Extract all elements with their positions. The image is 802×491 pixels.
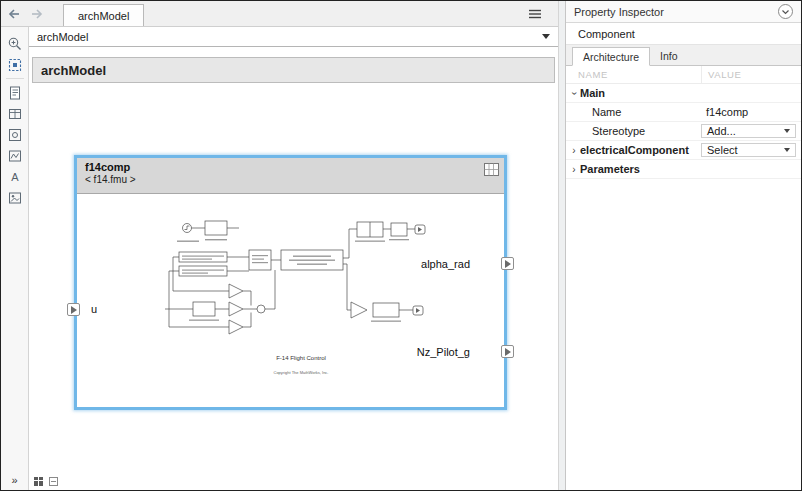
- palette-toolbar: A »: [1, 27, 29, 490]
- inspector-title: Property Inspector: [574, 6, 664, 18]
- editor-content: A » archModel: [1, 27, 558, 490]
- tab-info[interactable]: Info: [650, 46, 688, 65]
- canvas-title-text: archModel: [41, 63, 106, 78]
- component-header[interactable]: f14comp < f14.fmu >: [77, 158, 504, 194]
- zoom-in-icon: [7, 36, 23, 52]
- property-row-name[interactable]: Name f14comp: [566, 103, 801, 122]
- panel-splitter[interactable]: [558, 1, 566, 490]
- diagram-copyright: Copyright The MathWorks, Inc.: [274, 370, 329, 375]
- chevron-collapsed-icon[interactable]: ›: [568, 145, 580, 156]
- tab-label: archModel: [78, 10, 129, 22]
- column-header-value: VALUE: [701, 66, 801, 83]
- document-tab-bar: archModel: [1, 1, 558, 27]
- dropdown-caret-icon: [784, 148, 790, 152]
- text-icon: A: [7, 169, 23, 185]
- property-label-stereotype: Stereotype: [592, 125, 645, 137]
- scope-button[interactable]: [4, 145, 26, 166]
- viewpoint-button[interactable]: [4, 124, 26, 145]
- input-port-icon[interactable]: [67, 303, 80, 316]
- stereotype-dropdown[interactable]: Add...: [701, 124, 796, 138]
- zoom-in-button[interactable]: [4, 33, 26, 54]
- forward-arrow-icon: [29, 6, 45, 22]
- f14-model-preview: F-14 Flight Control Copyright The MathWo…: [165, 214, 437, 392]
- section-row-parameters[interactable]: › Parameters: [566, 160, 801, 179]
- inspector-empty-area: [566, 179, 801, 490]
- editor-area: archModel: [1, 1, 558, 490]
- property-grid-header: NAME VALUE: [566, 66, 801, 84]
- svg-text:A: A: [11, 171, 19, 183]
- chevron-expanded-icon[interactable]: ›: [569, 87, 580, 99]
- section-label-main: Main: [580, 87, 605, 99]
- tab-architecture[interactable]: Architecture: [572, 47, 650, 66]
- output-port-icon-alpha[interactable]: [501, 257, 514, 270]
- inspector-collapse-button[interactable]: [778, 4, 793, 19]
- forward-button[interactable]: [27, 4, 47, 24]
- breadcrumb-text: archModel: [37, 31, 88, 43]
- legend-icon[interactable]: [48, 476, 59, 487]
- fit-to-view-icon: [7, 57, 23, 73]
- text-annotation-button[interactable]: A: [4, 166, 26, 187]
- section-row-main[interactable]: › Main: [566, 84, 801, 103]
- diagram-caption: F-14 Flight Control: [276, 355, 326, 361]
- section-row-electrical-component[interactable]: › electricalComponent Select: [566, 141, 801, 160]
- image-icon: [7, 190, 23, 206]
- canvas-title-bar: archModel: [32, 57, 555, 83]
- inspector-tabs: Architecture Info: [566, 45, 801, 66]
- model-editor: archModel archModel f14comp < f14.fmu >: [29, 27, 558, 490]
- component-type-label: < f14.fmu >: [85, 174, 496, 185]
- tab-list-icon: [528, 8, 542, 20]
- breadcrumb-bar[interactable]: archModel: [29, 27, 558, 47]
- component-name: f14comp: [85, 161, 496, 173]
- section-label-electrical: electricalComponent: [580, 144, 689, 156]
- model-data-icon[interactable]: [33, 476, 44, 487]
- output-port-label-nz: Nz_Pilot_g: [417, 346, 470, 358]
- section-label-parameters: Parameters: [580, 163, 640, 175]
- output-port-icon-nz[interactable]: [501, 345, 514, 358]
- chevron-collapsed-icon[interactable]: ›: [568, 164, 580, 175]
- tab-archmodel[interactable]: archModel: [63, 4, 144, 26]
- diagram-canvas[interactable]: archModel f14comp < f14.fmu >: [29, 47, 558, 490]
- inspected-object-label: Component: [578, 28, 635, 40]
- inspected-object-row: Component: [566, 23, 801, 45]
- property-row-stereotype[interactable]: Stereotype Add...: [566, 122, 801, 141]
- property-value-name[interactable]: f14comp: [701, 105, 796, 119]
- fit-to-view-button[interactable]: [4, 54, 26, 75]
- electrical-dropdown-value: Select: [707, 144, 738, 156]
- canvas-badges: [33, 476, 59, 487]
- chevron-down-icon: [781, 8, 790, 16]
- property-label-name: Name: [592, 106, 621, 118]
- scope-icon: [7, 148, 23, 164]
- stereotype-dropdown-value: Add...: [707, 125, 736, 137]
- toolbar-separator: [6, 78, 24, 79]
- toolbar-expand-button[interactable]: »: [11, 474, 17, 486]
- tab-list-button[interactable]: [526, 6, 544, 22]
- annotation-button[interactable]: [4, 82, 26, 103]
- annotation-icon: [7, 85, 23, 101]
- dropdown-caret-icon: [784, 129, 790, 133]
- back-arrow-icon: [6, 6, 22, 22]
- app-window: archModel: [0, 0, 802, 491]
- fmu-badge-icon: [484, 162, 499, 180]
- property-inspector-panel: Property Inspector Component Architectur…: [566, 1, 801, 490]
- back-button[interactable]: [4, 4, 24, 24]
- output-port-label-alpha: alpha_rad: [421, 258, 470, 270]
- electrical-dropdown[interactable]: Select: [701, 143, 796, 157]
- table-icon: [7, 106, 23, 122]
- image-annotation-button[interactable]: [4, 187, 26, 208]
- input-port-label: u: [91, 303, 97, 315]
- table-button[interactable]: [4, 103, 26, 124]
- inspector-header: Property Inspector: [566, 1, 801, 23]
- component-f14comp[interactable]: f14comp < f14.fmu >: [74, 155, 507, 410]
- breadcrumb-dropdown-icon[interactable]: [542, 34, 550, 39]
- column-header-name: NAME: [566, 66, 701, 83]
- viewpoint-icon: [7, 127, 23, 143]
